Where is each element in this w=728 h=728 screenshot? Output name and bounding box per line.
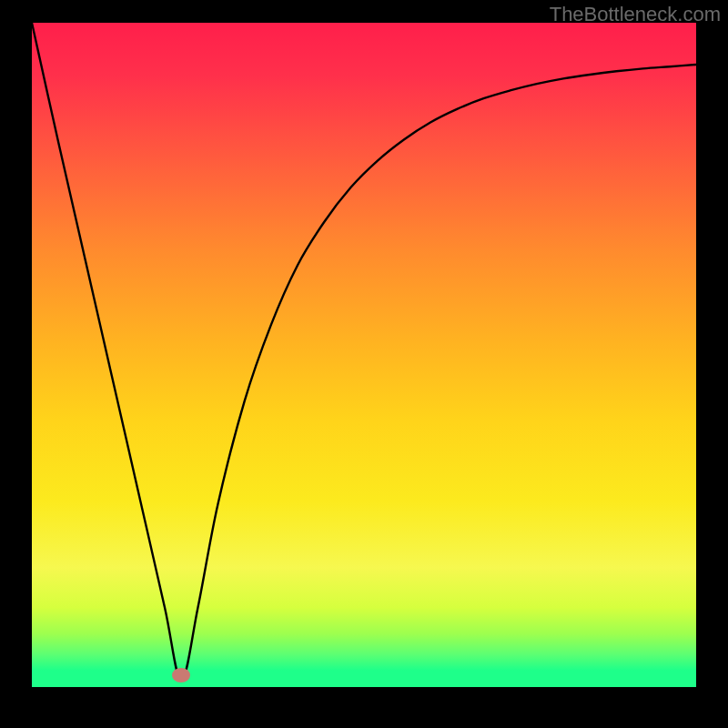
plot-area bbox=[32, 23, 696, 687]
curve-svg bbox=[32, 23, 696, 687]
bottleneck-curve bbox=[32, 23, 696, 681]
watermark-text: TheBottleneck.com bbox=[550, 3, 721, 26]
chart-container: TheBottleneck.com bbox=[0, 0, 728, 728]
min-marker bbox=[172, 668, 190, 682]
